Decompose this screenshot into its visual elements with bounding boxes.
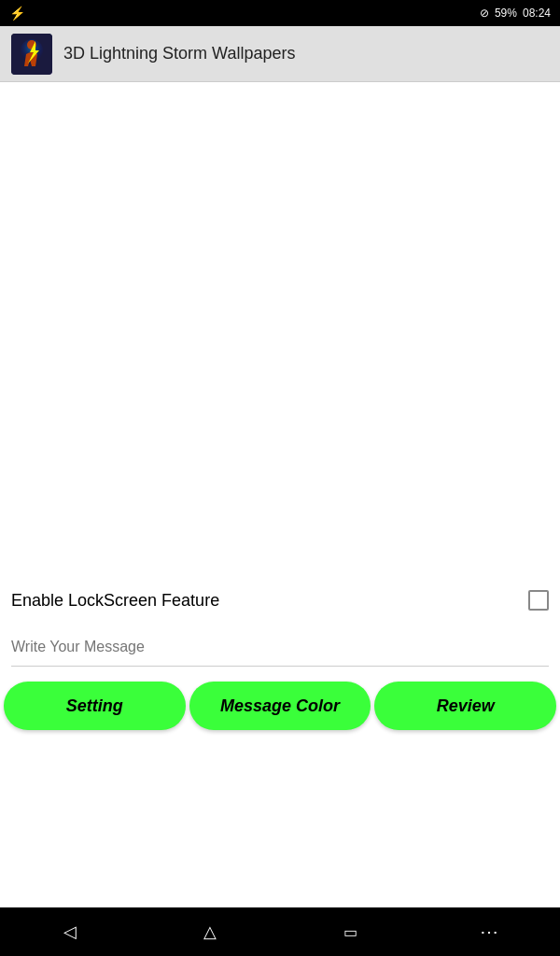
usb-icon: ⚡ [9,6,25,21]
nav-home-button[interactable]: △ [182,907,238,956]
bottom-section: Enable LockScreen Feature Setting Messag… [0,577,560,738]
lockscreen-row: Enable LockScreen Feature [0,577,560,624]
message-input-row [0,624,560,674]
app-icon [11,34,52,75]
status-right: ⊘ 59% 08:24 [480,7,551,20]
message-color-button[interactable]: Message Color [189,682,371,730]
status-bar: ⚡ ⊘ 59% 08:24 [0,0,560,26]
nav-recent-button[interactable]: ▭ [322,907,378,956]
time: 08:24 [523,7,551,20]
nav-bar: ◁ △ ▭ ⋯ [0,907,560,956]
nav-more-button[interactable]: ⋯ [462,907,518,956]
status-left: ⚡ [9,6,25,21]
app-title: 3D Lightning Storm Wallpapers [63,44,295,63]
review-button[interactable]: Review [374,682,556,730]
buttons-row: Setting Message Color Review [0,674,560,738]
wallpaper-area [0,82,560,577]
battery-percent: 59% [495,7,517,20]
main-content: Enable LockScreen Feature Setting Messag… [0,82,560,738]
message-input[interactable] [11,627,549,667]
app-icon-svg [11,34,52,75]
setting-button[interactable]: Setting [4,682,186,730]
lockscreen-label: Enable LockScreen Feature [11,591,219,611]
app-header: 3D Lightning Storm Wallpapers [0,26,560,82]
nav-back-button[interactable]: ◁ [42,907,98,956]
block-icon: ⊘ [480,7,489,20]
lockscreen-checkbox[interactable] [528,590,549,611]
